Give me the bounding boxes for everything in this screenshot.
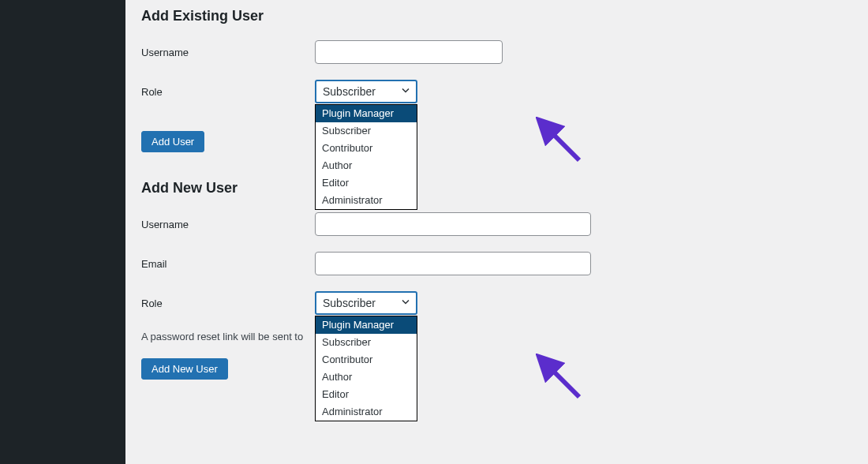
new-role-selected: Subscriber: [323, 297, 376, 309]
role-option-administrator-2[interactable]: Administrator: [316, 403, 417, 421]
role-option-subscriber[interactable]: Subscriber: [316, 122, 417, 140]
role-option-contributor[interactable]: Contributor: [316, 140, 417, 157]
existing-role-select[interactable]: Subscriber: [315, 80, 417, 103]
main-content: Add Existing User Username Role Subscrib…: [125, 0, 868, 464]
new-email-row: Email: [141, 252, 852, 275]
role-option-editor[interactable]: Editor: [316, 174, 417, 192]
existing-user-heading: Add Existing User: [141, 8, 852, 24]
new-email-label: Email: [141, 258, 315, 270]
new-role-select-wrapper: Subscriber Plugin Manager Subscriber Con…: [315, 291, 417, 315]
role-option-author-2[interactable]: Author: [316, 369, 417, 386]
add-user-button[interactable]: Add User: [141, 131, 204, 152]
add-new-user-section: Add New User Username Email Role Subscri…: [141, 180, 852, 380]
new-role-select[interactable]: Subscriber: [315, 291, 417, 315]
add-existing-user-section: Add Existing User Username Role Subscrib…: [141, 8, 852, 152]
new-username-label: Username: [141, 219, 315, 230]
existing-username-input[interactable]: [315, 40, 503, 64]
new-role-row: Role Subscriber Plugin Manager Subscribe…: [141, 291, 852, 315]
existing-role-dropdown: Plugin Manager Subscriber Contributor Au…: [315, 104, 417, 210]
role-option-plugin-manager-2[interactable]: Plugin Manager: [316, 316, 417, 334]
chevron-down-icon: [400, 85, 411, 99]
existing-role-selected: Subscriber: [323, 85, 376, 98]
admin-sidebar: [0, 0, 125, 464]
new-username-input[interactable]: [315, 212, 591, 236]
new-role-dropdown: Plugin Manager Subscriber Contributor Au…: [315, 316, 417, 421]
existing-role-select-wrapper: Subscriber Plugin Manager Subscriber Con…: [315, 80, 417, 103]
role-option-subscriber-2[interactable]: Subscriber: [316, 334, 417, 351]
role-option-editor-2[interactable]: Editor: [316, 386, 417, 403]
new-role-label: Role: [141, 297, 315, 309]
new-user-heading: Add New User: [141, 180, 852, 196]
role-option-contributor-2[interactable]: Contributor: [316, 351, 417, 369]
existing-username-row: Username: [141, 40, 852, 64]
new-username-row: Username: [141, 212, 852, 236]
add-new-user-button[interactable]: Add New User: [141, 358, 228, 380]
role-option-author[interactable]: Author: [316, 157, 417, 174]
existing-username-label: Username: [141, 47, 315, 58]
new-email-input[interactable]: [315, 252, 591, 275]
role-option-administrator[interactable]: Administrator: [316, 192, 417, 209]
existing-role-label: Role: [141, 86, 315, 98]
existing-role-row: Role Subscriber Plugin Manager Subscribe…: [141, 80, 852, 103]
role-option-plugin-manager[interactable]: Plugin Manager: [316, 105, 417, 122]
chevron-down-icon: [400, 297, 411, 310]
password-reset-helper: A password reset link will be sent to: [141, 331, 852, 342]
